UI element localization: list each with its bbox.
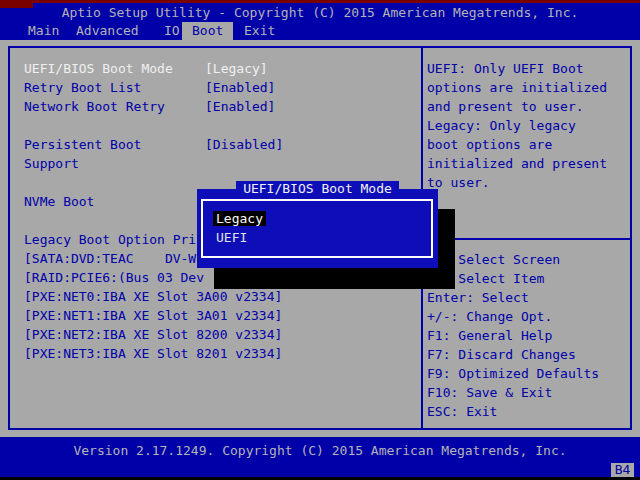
option-row-network-boot-retry[interactable]: Network Boot Retry[Enabled] [24, 97, 414, 116]
menu-bar: Main Advanced IO Boot Exit [0, 22, 640, 40]
menu-tab-io[interactable]: IO [164, 22, 180, 40]
title-bar: Aptio Setup Utility - Copyright (C) 2015… [0, 3, 640, 22]
option-label-continuation: Support [24, 154, 414, 173]
legend-f7-discard-changes: F7: Discard Changes [427, 345, 627, 364]
help-line: boot options are [427, 135, 627, 154]
boot-device-row-pxe-net3[interactable]: [PXE:NET3:IBA XE Slot 8201 v2334] [24, 344, 414, 363]
top-maroon-strip [0, 0, 640, 3]
legend-enter-select: Enter: Select [427, 288, 627, 307]
blank-row [24, 116, 414, 135]
boot-mode-popup-dialog: UEFI/BIOS Boot Mode Legacy UEFI [197, 189, 438, 268]
help-line: to user. [427, 173, 627, 192]
legend-f1-general-help: F1: General Help [427, 326, 627, 345]
status-bar: Version 2.17.1249. Copyright (C) 2015 Am… [0, 437, 640, 477]
top-maroon-corner [0, 0, 33, 8]
option-label: Retry Boot List [24, 80, 141, 95]
popup-option-legacy[interactable]: Legacy [213, 211, 266, 226]
option-value[interactable]: [Disabled] [205, 135, 283, 154]
option-label: Network Boot Retry [24, 99, 165, 114]
boot-device-row-pxe-net2[interactable]: [PXE:NET2:IBA XE Slot 8200 v2334] [24, 325, 414, 344]
help-line: Legacy: Only legacy [427, 116, 627, 135]
menu-tab-exit[interactable]: Exit [244, 22, 275, 40]
option-value[interactable]: [Legacy] [205, 59, 268, 78]
option-row-persistent-boot[interactable]: Persistent Boot[Disabled] [24, 135, 414, 154]
option-label: UEFI/BIOS Boot Mode [24, 61, 173, 76]
key-legend: ←→: Select Screen ↑↓: Select Item Enter:… [427, 250, 627, 421]
bios-setup-screen: Aptio Setup Utility - Copyright (C) 2015… [0, 0, 640, 480]
menu-tab-boot[interactable]: Boot [182, 22, 233, 40]
option-label: Persistent Boot [24, 137, 141, 152]
boot-device-row-pxe-net1[interactable]: [PXE:NET1:IBA XE Slot 3A01 v2334] [24, 306, 414, 325]
popup-option-uefi[interactable]: UEFI [213, 230, 250, 245]
popup-title: UEFI/BIOS Boot Mode [197, 182, 438, 195]
help-line: initialized and present [427, 154, 627, 173]
version-text: Version 2.17.1249. Copyright (C) 2015 Am… [0, 441, 640, 460]
option-value[interactable]: [Enabled] [205, 97, 275, 116]
boot-device-row-pxe-net0[interactable]: [PXE:NET0:IBA XE Slot 3A00 v2334] [24, 287, 414, 306]
menu-tab-advanced[interactable]: Advanced [76, 22, 139, 40]
menu-tab-main[interactable]: Main [28, 22, 59, 40]
option-value[interactable]: [Enabled] [205, 78, 275, 97]
status-badge: B4 [611, 463, 634, 477]
help-line: options are initialized [427, 78, 627, 97]
option-row-retry-boot-list[interactable]: Retry Boot List[Enabled] [24, 78, 414, 97]
legend-f9-optimized-defaults: F9: Optimized Defaults [427, 364, 627, 383]
legend-select-screen: ←→: Select Screen [427, 250, 627, 269]
option-row-uefi-bios-boot-mode[interactable]: UEFI/BIOS Boot Mode[Legacy] [24, 59, 414, 78]
option-label: NVMe Boot [24, 194, 94, 209]
help-line: and present to user. [427, 97, 627, 116]
legend-f10-save-exit: F10: Save & Exit [427, 383, 627, 402]
help-line: UEFI: Only UEFI Boot [427, 59, 627, 78]
help-panel: UEFI: Only UEFI Boot options are initial… [427, 59, 627, 192]
legend-change-option: +/-: Change Opt. [427, 307, 627, 326]
legend-select-item: ↑↓: Select Item [427, 269, 627, 288]
legend-esc-exit: ESC: Exit [427, 402, 627, 421]
popup-border [201, 199, 433, 258]
